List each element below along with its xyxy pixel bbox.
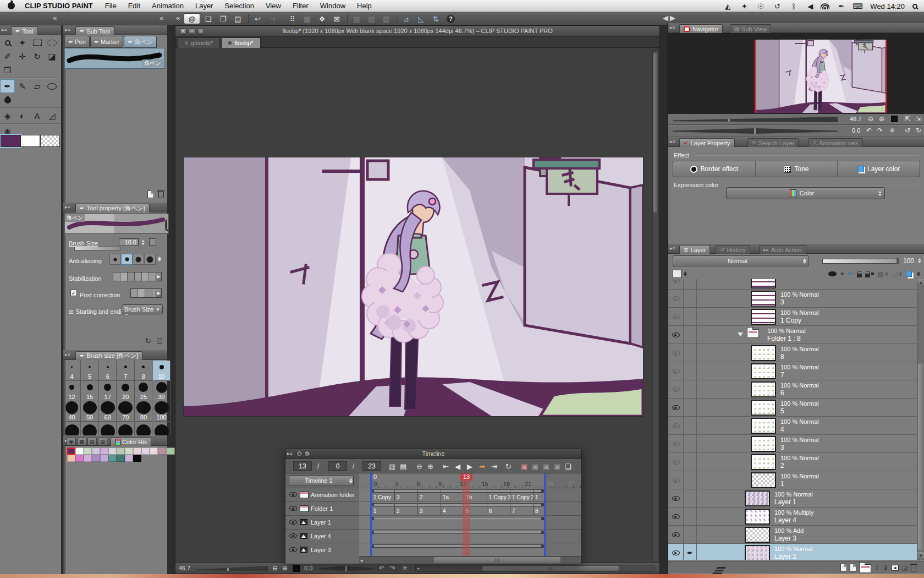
- layer-thumbnail[interactable]: [751, 381, 776, 397]
- tablet-pen-icon[interactable]: ✒: [835, 2, 847, 10]
- ruler-range-icon[interactable]: ◿: [892, 270, 903, 278]
- zoom-tool[interactable]: [0, 36, 15, 50]
- app-menu-title[interactable]: CLIP STUDIO PAINT: [25, 2, 93, 10]
- timeline-titlebar[interactable]: ▸≡ ✕ − Timeline: [285, 449, 581, 459]
- eye-cell[interactable]: [668, 544, 684, 560]
- navigator-thumbnail[interactable]: [756, 40, 886, 113]
- document-titlebar[interactable]: ✕ − ▫ floobp* (1920 x 1080px With blank …: [175, 26, 659, 37]
- previous-frame-button[interactable]: ◀: [455, 461, 460, 471]
- history-swatch[interactable]: [75, 455, 84, 462]
- delete-subtool-icon[interactable]: [158, 192, 164, 198]
- reference-layer-icon[interactable]: [828, 271, 837, 276]
- timeline-row-name[interactable]: Layer 4: [285, 530, 359, 543]
- collapse-toolbar-icon[interactable]: «: [176, 14, 180, 22]
- visibility-eye-icon[interactable]: [289, 506, 297, 511]
- snap-to-ruler-button[interactable]: ⊿: [399, 13, 413, 24]
- next-frame-button[interactable]: ➡: [479, 461, 485, 471]
- history-swatch[interactable]: [108, 455, 117, 462]
- anti-aliasing-option-4[interactable]: [144, 254, 156, 265]
- antivirus-icon[interactable]: ✦: [738, 2, 750, 10]
- rotate-left-icon[interactable]: ↶: [379, 564, 384, 572]
- eye-cell[interactable]: [668, 453, 684, 471]
- brush-size-row4-0[interactable]: [63, 422, 81, 435]
- timeline-playhead[interactable]: [463, 481, 470, 557]
- layer-row-8[interactable]: 100 % Normal8: [668, 344, 924, 362]
- layer-row-folder-1---8[interactable]: 100 % NormalFolder 1 : 8: [668, 326, 924, 344]
- panel-menu-icon[interactable]: ▸≡: [2, 27, 9, 33]
- zoom-out-icon[interactable]: ⊖: [272, 564, 278, 572]
- history-swatch[interactable]: [117, 448, 125, 455]
- brush-size-8[interactable]: 8: [135, 361, 152, 381]
- new-folder-button[interactable]: [859, 563, 871, 572]
- layer-row-1[interactable]: 100 % Normal1: [668, 471, 924, 489]
- clip-duration-bar[interactable]: [371, 531, 544, 534]
- tab-layer[interactable]: ≣Layer: [679, 245, 710, 254]
- csp-start-button[interactable]: @: [184, 13, 200, 24]
- history-swatch[interactable]: [100, 455, 108, 462]
- menu-item-animation[interactable]: Animation: [152, 2, 184, 10]
- menu-item-filter[interactable]: Filter: [293, 2, 309, 10]
- layer-thumbnail[interactable]: [751, 291, 776, 307]
- fill-button[interactable]: ❖: [315, 13, 329, 24]
- visibility-eye-icon[interactable]: [672, 296, 680, 301]
- document-tab-giboofp[interactable]: giboofp*: [178, 37, 220, 48]
- rotate-right-icon[interactable]: ↷: [877, 127, 883, 134]
- tab-layer-property[interactable]: ✔Layer Property: [679, 138, 735, 147]
- visibility-eye-icon[interactable]: [672, 279, 680, 283]
- eye-cell[interactable]: [668, 279, 684, 290]
- layer-thumbnail[interactable]: [751, 436, 776, 452]
- brush-size-70[interactable]: 70: [117, 401, 135, 422]
- layer-row-layer-4[interactable]: 100 % MultiplyLayer 4: [668, 508, 924, 526]
- zoom-out-icon[interactable]: ⊖: [868, 115, 873, 123]
- visibility-eye-icon[interactable]: [289, 520, 297, 525]
- brush-size-row4-2[interactable]: [99, 422, 117, 435]
- flip-horizontal-icon[interactable]: ↺: [905, 127, 910, 134]
- lock-layer-icon[interactable]: [857, 271, 862, 277]
- scroll-up-icon[interactable]: ▲: [917, 279, 924, 287]
- canvas-vertical-scrollbar[interactable]: [652, 50, 658, 561]
- reset-rotation-icon[interactable]: ✳: [402, 564, 408, 572]
- visibility-eye-icon[interactable]: [672, 514, 680, 519]
- visibility-eye-icon[interactable]: [672, 550, 680, 555]
- panel-menu-icon[interactable]: ▸≡: [65, 352, 73, 358]
- timeline-cell[interactable]: 2: [417, 489, 441, 501]
- layer-row-7[interactable]: 100 % Normal7: [668, 362, 924, 380]
- merge-to-lower-button[interactable]: ⇓: [883, 564, 889, 572]
- scroll-down-icon[interactable]: ▼: [917, 552, 924, 560]
- menu-item-edit[interactable]: Edit: [128, 2, 140, 10]
- effect-tone-button[interactable]: Tone: [756, 161, 838, 177]
- new-raster-layer-button[interactable]: [840, 564, 847, 571]
- tab-search-layer[interactable]: ≋Search Layer: [747, 138, 799, 147]
- timeline-cell[interactable]: 6: [487, 503, 510, 515]
- tab-tool-property[interactable]: ✒Tool property [角ペン]: [75, 204, 150, 212]
- layer-thumbnail[interactable]: [751, 454, 776, 470]
- layer-thumbnail[interactable]: [751, 363, 776, 379]
- history-swatch[interactable]: [125, 455, 133, 462]
- visibility-eye-icon[interactable]: [289, 533, 297, 538]
- invert-selection-button[interactable]: ⊠: [330, 13, 344, 24]
- brush-size-60[interactable]: 60: [99, 401, 117, 422]
- brush-size-40[interactable]: 40: [63, 401, 81, 422]
- copy-subtool-icon[interactable]: [147, 190, 154, 198]
- timeline-horizontal-scrollbar[interactable]: ◂ |||: [359, 556, 581, 564]
- brush-size-row4-4[interactable]: [135, 422, 152, 435]
- brush-size-6[interactable]: 6: [99, 361, 117, 381]
- create-mask-button[interactable]: [892, 565, 899, 571]
- layer-row-2[interactable]: 2: [668, 279, 924, 290]
- history-swatch[interactable]: [92, 455, 100, 462]
- canvas-artwork[interactable]: [184, 157, 643, 416]
- sidebar-dock-left-icon[interactable]: ◀: [663, 14, 668, 22]
- tab-brush-size[interactable]: ✒Brush size [角ペン]: [75, 351, 142, 360]
- spotlight-icon[interactable]: [912, 2, 917, 10]
- layer-row-4[interactable]: 100 % Normal4: [668, 417, 924, 435]
- brush-size-12[interactable]: 12: [63, 381, 81, 401]
- move-tool[interactable]: ✛: [15, 50, 30, 63]
- reselect-button[interactable]: ▩: [300, 13, 314, 24]
- layer-row-5[interactable]: 100 % Normal5: [668, 399, 924, 417]
- tab-approx-color[interactable]: ▧: [98, 438, 107, 445]
- blend-tool[interactable]: [0, 93, 15, 107]
- eye-cell[interactable]: [668, 471, 684, 489]
- post-correction-checkbox[interactable]: ✓: [70, 290, 77, 296]
- visibility-eye-icon[interactable]: [672, 314, 680, 319]
- go-to-start-button[interactable]: ⇤: [443, 461, 449, 471]
